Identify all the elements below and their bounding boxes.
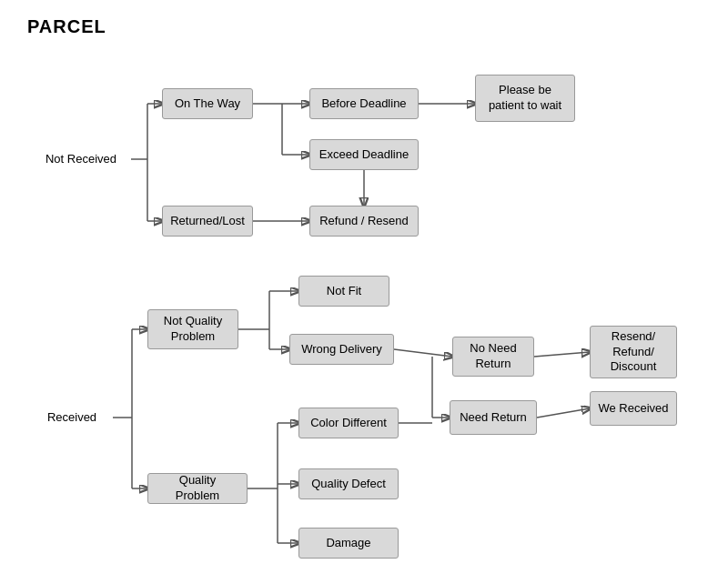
we-received-node: We Received	[590, 391, 677, 426]
returned-lost-node: Returned/Lost	[162, 206, 253, 237]
quality-defect-node: Quality Defect	[298, 468, 399, 499]
before-deadline-node: Before Deadline	[309, 88, 419, 119]
svg-line-19	[534, 352, 590, 357]
not-received-node: Not Received	[31, 142, 131, 176]
quality-problem-node: Quality Problem	[147, 473, 248, 504]
no-need-return-node: No Need Return	[452, 337, 534, 377]
not-quality-problem-node: Not Quality Problem	[147, 309, 238, 349]
svg-line-20	[537, 408, 590, 418]
please-wait-node: Please be patient to wait	[475, 75, 575, 122]
not-fit-node: Not Fit	[298, 276, 389, 307]
svg-line-18	[394, 349, 452, 357]
color-different-node: Color Different	[298, 408, 399, 438]
refund-resend-top-node: Refund / Resend	[309, 206, 419, 237]
received-node: Received	[31, 400, 113, 435]
on-the-way-node: On The Way	[162, 88, 253, 119]
exceed-deadline-node: Exceed Deadline	[309, 139, 419, 170]
wrong-delivery-node: Wrong Delivery	[289, 334, 394, 365]
damage-node: Damage	[298, 528, 399, 559]
page-title: PARCEL	[27, 16, 106, 37]
diagram: PARCEL	[0, 0, 728, 584]
need-return-node: Need Return	[450, 400, 537, 435]
resend-refund-node: Resend/ Refund/ Discount	[590, 326, 677, 378]
